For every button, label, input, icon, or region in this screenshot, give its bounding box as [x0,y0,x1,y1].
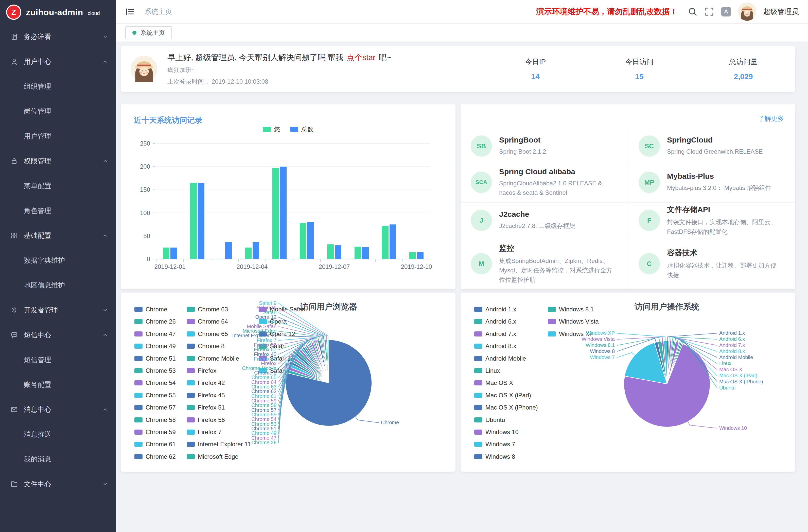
tech-item: SBSpringBootSpring Boot 2.1.2 [461,130,628,162]
tech-desc: J2cache2.7.8: 二级缓存框架 [499,221,580,231]
sidebar-item[interactable]: 短信中心 [0,323,116,347]
sidebar-subitem[interactable]: 数据字典维护 [0,248,116,273]
tech-title: Spring Cloud alibaba [499,167,618,176]
browser-pie-chart: ChromeSafari 9Safari 11SafariOpera 12Ope… [121,293,456,472]
bar [389,224,396,259]
pie-callout-label: Android 1.x [719,330,745,336]
x-axis-label: 2019-12-01 [154,263,186,270]
tech-badge: M [471,253,492,274]
username[interactable]: 超级管理员 [764,7,799,17]
pie-callout-label: Chrome [381,420,399,425]
x-axis-label: 2019-12-07 [319,263,350,270]
pie-callout-label: Windows XP [586,330,615,336]
chevron-down-icon [103,307,108,313]
tech-desc: Spring Cloud Greenwich.RELEASE [667,147,768,156]
pie-callout-label: Windows Vista [582,336,615,342]
pie-callout-label: Android Mobile [719,354,753,360]
pie-callout-label: Windows 10 [719,425,747,431]
font-size-icon[interactable]: A [721,7,731,17]
tab-active-dot [132,31,136,35]
sidebar-subitem[interactable]: 账号配置 [0,372,116,397]
breadcrumb[interactable]: 系统主页 [145,7,172,16]
bar [382,226,388,259]
sidebar-item[interactable]: 务必详看 [0,24,116,49]
menu-collapse-icon[interactable] [125,7,134,16]
pie-callout-label: Ubuntu [719,385,736,390]
visits-chart-card: 近十天系统访问记录 您总数 0501001502002502019-12-012… [121,104,456,289]
chevron-down-icon [103,34,108,40]
learn-more-link[interactable]: 了解更多 [758,114,784,123]
user-avatar[interactable] [738,2,756,21]
sidebar-subitem[interactable]: 菜单配置 [0,173,116,198]
y-axis-label: 50 [143,233,150,239]
notebook-icon [10,33,18,41]
tab-home[interactable]: 系统主页 [125,26,172,39]
stat-today-visits: 今日访问 15 [587,46,691,92]
y-axis-label: 100 [140,209,150,216]
tech-desc: Spring Boot 2.1.2 [499,147,551,156]
bar [307,222,314,259]
sidebar-item[interactable]: 消息中心 [0,397,116,422]
tech-badge: SCA [471,172,492,193]
sidebar-subitem[interactable]: 消息推送 [0,422,116,447]
chevron-up-icon [103,158,108,164]
sidebar-subitem[interactable]: 角色管理 [0,198,116,223]
sidebar-subitem[interactable]: 短信管理 [0,347,116,372]
sidebar-item[interactable]: 开发者管理 [0,298,116,323]
tech-desc: Mybatis-plus 3.2.0： Mybatis 增强组件 [667,183,776,192]
sidebar-item-label: 短信中心 [24,330,103,340]
last-login: 上次登录时间： 2019-12-10 10:03:08 [167,78,391,86]
sidebar-subitem[interactable]: 岗位管理 [0,99,116,124]
x-axis-label: 2019-12-10 [401,263,432,270]
sidebar-item[interactable]: 基础配置 [0,223,116,248]
sidebar-item-label: 务必详看 [24,32,103,41]
sidebar-item-label: 用户中心 [24,57,103,66]
sidebar-item[interactable]: 文件中心 [0,472,116,496]
logo: Z zuihou-admin cloud [0,0,116,24]
x-axis-label: 2019-12-04 [237,263,268,270]
fullscreen-icon[interactable] [704,7,714,17]
sidebar-subitem[interactable]: 我的消息 [0,447,116,472]
logo-badge: Z [6,4,21,20]
sidebar-item-label: 基础配置 [24,231,103,240]
y-axis-label: 150 [140,186,150,193]
chevron-up-icon [103,332,108,338]
sidebar-subitem[interactable]: 地区信息维护 [0,273,116,298]
bar [300,223,306,259]
tech-title: J2cache [499,210,580,219]
search-icon[interactable] [688,7,697,17]
tech-badge: C [639,253,660,274]
sidebar-item-label: 文件中心 [24,479,103,489]
bar [163,247,169,259]
os-pie-chart: Android 1.xAndroid 6.xAndroid 7.xAndroid… [461,293,795,472]
tab-label: 系统主页 [141,29,165,37]
stat-today-ip: 今日IP 14 [483,46,587,92]
pie-callout-label: Mac OS X [719,367,742,372]
sidebar-submenu: 短信管理账号配置 [0,347,116,397]
sidebar-subitem[interactable]: 组织管理 [0,74,116,99]
sidebar-item[interactable]: 权限管理 [0,149,116,173]
row-charts-bottom: 访问用户浏览器 ChromeChrome 26Chrome 47Chrome 4… [121,293,795,472]
bar [409,252,416,259]
user-icon [10,58,18,66]
greeting-avatar [131,56,157,82]
tech-card: 了解更多 SBSpringBootSpring Boot 2.1.2SCSpri… [461,104,795,289]
tech-desc: 集成SpringBootAdmin、Zipkin、Redis、Mysql、定时任… [499,256,618,285]
tech-title: SpringBoot [499,136,551,144]
bar [225,242,232,259]
chevron-up-icon [103,407,108,412]
y-axis-label: 0 [147,256,150,262]
topbar: 系统主页 演示环境维护不易，请勿乱删乱改数据！ A 超级管理员 [116,0,808,24]
tech-item: SCSpringCloudSpring Cloud Greenwich.RELE… [628,130,795,162]
chat-icon [10,331,18,339]
sidebar-subitem[interactable]: 用户管理 [0,124,116,149]
tech-desc: 虚拟化容器技术，让迁移、部署更加方便快捷 [667,261,785,279]
star-link[interactable]: 点个star [347,53,375,62]
bar [335,245,341,259]
demo-notice: 演示环境维护不易，请勿乱删乱改数据！ [536,6,678,17]
sidebar-item-label: 开发者管理 [24,306,103,315]
grid-icon [10,232,18,240]
tech-badge: J [471,210,492,231]
bar [362,247,369,259]
sidebar-item[interactable]: 用户中心 [0,49,116,74]
